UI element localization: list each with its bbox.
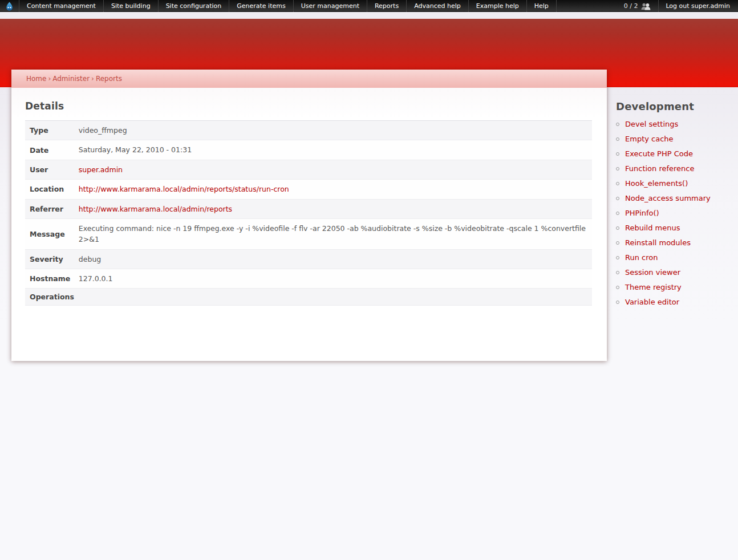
table-row: Message Executing command: nice -n 19 ff… [25,218,592,249]
users-icon [640,2,651,10]
drupal-icon [5,2,14,11]
toolbar-menu-item[interactable]: Reports [367,0,407,12]
circle-bullet-icon [616,301,619,304]
breadcrumb-link[interactable]: Home [26,75,46,83]
circle-bullet-icon [616,137,619,141]
sidebar-development: Development Devel settings Empty cache E… [616,87,738,313]
sidebar-link[interactable]: Hook_elements() [625,179,688,188]
list-item: Function reference [616,164,738,173]
detail-label: Referrer [25,199,79,218]
detail-value: debug [79,249,592,269]
detail-value: Saturday, May 22, 2010 - 01:31 [79,140,592,160]
list-item: Variable editor [616,298,738,306]
drupal-logo-cell[interactable] [0,0,19,12]
detail-value: super.admin [79,160,592,179]
detail-label: Message [25,218,79,249]
breadcrumb-separator: › [46,75,52,83]
details-table: Type video_ffmpeg Date Saturday, May 22,… [25,120,592,306]
list-item: Empty cache [616,135,738,143]
toolbar-menu-item[interactable]: Example help [469,0,527,12]
table-row: Date Saturday, May 22, 2010 - 01:31 [25,140,592,160]
table-row: Location http://www.karmarama.local/admi… [25,180,592,199]
sidebar-link[interactable]: Session viewer [625,268,680,277]
detail-value: video_ffmpeg [79,121,592,140]
table-row: User super.admin [25,160,592,179]
list-item: PHPinfo() [616,209,738,217]
table-row: Type video_ffmpeg [25,121,592,140]
list-item: Session viewer [616,268,738,277]
detail-label: User [25,160,79,179]
detail-value-link[interactable]: http://www.karmarama.local/admin/reports [79,205,232,213]
main-area: Home›Administer›Reports Details Type vid… [0,87,738,560]
detail-value: 127.0.0.1 [79,269,592,289]
toolbar-menu-item[interactable]: Help [527,0,557,12]
circle-bullet-icon [616,256,619,259]
detail-value: http://www.karmarama.local/admin/reports… [79,180,592,199]
detail-label: Type [25,121,79,140]
page-title: Details [25,100,592,112]
detail-value: Executing command: nice -n 19 ffmpeg.exe… [79,218,592,249]
detail-value [79,289,592,306]
toolbar-menu-item[interactable]: Content management [19,0,104,12]
sidebar-title: Development [616,100,738,112]
toolbar-menu: Content managementSite buildingSite conf… [19,0,557,12]
detail-label: Hostname [25,269,79,289]
list-item: Reinstall modules [616,238,738,247]
list-item: Node_access summary [616,194,738,202]
sidebar-list: Devel settings Empty cache Execute PHP C… [616,120,738,306]
circle-bullet-icon [616,226,619,230]
table-row: Referrer http://www.karmarama.local/admi… [25,199,592,218]
sidebar-link[interactable]: Function reference [625,164,695,173]
detail-value-link[interactable]: http://www.karmarama.local/admin/reports… [79,185,289,193]
circle-bullet-icon [616,123,619,126]
breadcrumb-link[interactable]: Reports [96,75,122,83]
online-count: 0 / 2 [624,2,638,10]
breadcrumb-separator: › [90,75,96,83]
detail-value: http://www.karmarama.local/admin/reports [79,199,592,218]
detail-label: Operations [25,289,79,306]
detail-label: Date [25,140,79,160]
sidebar-link[interactable]: Variable editor [625,298,679,306]
circle-bullet-icon [616,286,619,289]
toolbar-menu-item[interactable]: Advanced help [407,0,469,12]
circle-bullet-icon [616,152,619,156]
content-panel: Home›Administer›Reports Details Type vid… [11,70,607,361]
toolbar-menu-item[interactable]: Generate items [229,0,293,12]
table-row: Hostname 127.0.0.1 [25,269,592,289]
logout-link[interactable]: Log out super.admin [659,0,738,12]
detail-label: Severity [25,249,79,269]
sidebar-link[interactable]: Empty cache [625,135,674,143]
details-table-body: Type video_ffmpeg Date Saturday, May 22,… [25,121,592,306]
table-row: Operations [25,289,592,306]
list-item: Rebuild menus [616,224,738,232]
breadcrumb-link[interactable]: Administer [52,75,90,83]
sidebar-link[interactable]: PHPinfo() [625,209,659,217]
toolbar-menu-item[interactable]: Site building [104,0,159,12]
list-item: Hook_elements() [616,179,738,188]
sidebar-link[interactable]: Rebuild menus [625,224,680,232]
toolbar-menu-item[interactable]: User management [294,0,367,12]
circle-bullet-icon [616,212,619,215]
list-item: Devel settings [616,120,738,128]
online-users[interactable]: 0 / 2 [617,0,659,12]
sidebar-link[interactable]: Node_access summary [625,194,711,202]
detail-value-link[interactable]: super.admin [79,165,123,174]
list-item: Run cron [616,253,738,262]
details-section: Details Type video_ffmpeg Date Saturday,… [11,88,607,361]
admin-toolbar: Content managementSite buildingSite conf… [0,0,738,12]
sidebar-link[interactable]: Devel settings [625,120,678,128]
sidebar-link[interactable]: Execute PHP Code [625,149,693,158]
table-row: Severity debug [25,249,592,269]
circle-bullet-icon [616,271,619,274]
toolbar-menu-item[interactable]: Site configuration [159,0,230,12]
sidebar-link[interactable]: Reinstall modules [625,238,691,247]
toolbar-spacer [557,0,617,12]
circle-bullet-icon [616,167,619,171]
sidebar-link[interactable]: Run cron [625,253,658,262]
sidebar-link[interactable]: Theme registry [625,283,682,291]
list-item: Theme registry [616,283,738,291]
list-item: Execute PHP Code [616,149,738,158]
toolbar-right: 0 / 2 Log out super.admin [617,0,738,12]
header-substrip [0,12,738,19]
detail-label: Location [25,180,79,199]
